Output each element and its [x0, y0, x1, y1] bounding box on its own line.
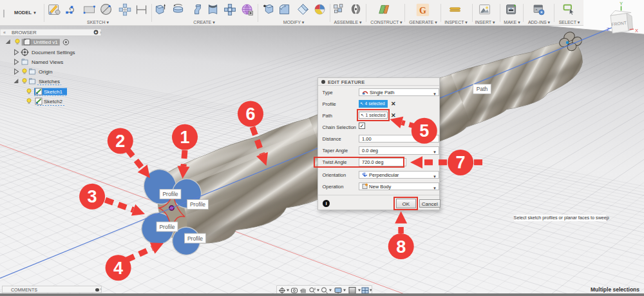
svg-text:BROWSER: BROWSER: [12, 30, 37, 35]
svg-text:Profile: Profile: [162, 191, 178, 197]
svg-text:Document Settings: Document Settings: [32, 50, 75, 55]
svg-text:Named Views: Named Views: [32, 59, 63, 65]
svg-text:«: «: [3, 30, 6, 35]
svg-text:Z: Z: [607, 26, 610, 32]
svg-text:Profile: Profile: [190, 201, 205, 208]
svg-text:Path: Path: [477, 86, 488, 92]
svg-text:Sketches: Sketches: [39, 79, 60, 84]
svg-text:Sketch1: Sketch1: [44, 89, 62, 95]
svg-text:●: ●: [95, 30, 97, 34]
svg-text:X: X: [635, 28, 638, 34]
svg-text:Profile: Profile: [187, 235, 203, 242]
svg-text:›: ›: [100, 30, 102, 35]
svg-text:Profile: Profile: [159, 224, 175, 230]
svg-text:G: G: [419, 5, 426, 15]
svg-text:Sketch2: Sketch2: [44, 99, 62, 104]
svg-text:Y: Y: [620, 1, 623, 6]
svg-text:Untitled v1: Untitled v1: [33, 39, 58, 45]
svg-text:Origin: Origin: [39, 69, 52, 75]
